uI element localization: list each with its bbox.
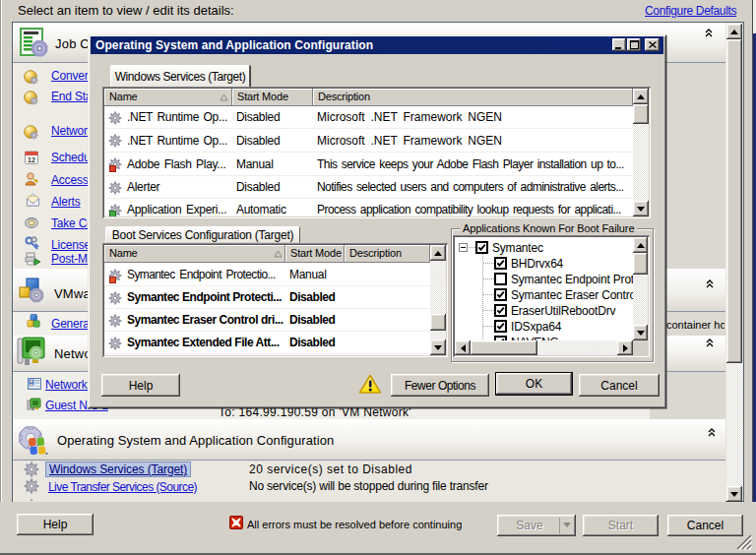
svg-text:12: 12 (28, 156, 35, 163)
